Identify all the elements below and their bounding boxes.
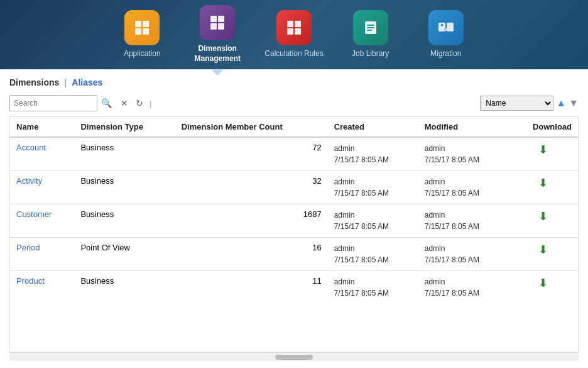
- dimensions-table: Name Dimension Type Dimension Member Cou…: [10, 117, 578, 304]
- nav-item-dimension-management[interactable]: DimensionManagement: [189, 5, 246, 64]
- cell-created-4: admin7/15/17 8:05 AM: [328, 271, 418, 304]
- toolbar: 🔍 ✕ ↻ | Name Dimension Type Created Modi…: [9, 95, 579, 111]
- cell-dim-type-4: Business: [74, 271, 175, 304]
- cell-name-2[interactable]: Customer: [10, 204, 74, 238]
- svg-point-18: [440, 24, 443, 26]
- dimension-icon: [200, 5, 235, 40]
- search-input[interactable]: [9, 95, 97, 111]
- row-link-2[interactable]: Customer: [16, 209, 52, 219]
- cell-modified-1: admin7/15/17 8:05 AM: [418, 171, 509, 204]
- col-header-modified: Modified: [418, 117, 509, 137]
- col-header-member-count: Dimension Member Count: [175, 117, 328, 137]
- cell-count-3: 16: [175, 238, 328, 271]
- cell-created-0: admin7/15/17 8:05 AM: [328, 137, 418, 171]
- cell-dim-type-3: Point Of View: [74, 238, 175, 271]
- cell-modified-2: admin7/15/17 8:05 AM: [418, 204, 509, 238]
- nav-label-calculation-rules: Calculation Rules: [264, 49, 323, 59]
- tabs-bar: Dimensions | Aliases: [9, 77, 579, 87]
- download-icon-0[interactable]: ⬇: [515, 143, 572, 157]
- toolbar-separator: |: [150, 99, 151, 108]
- sort-select[interactable]: Name Dimension Type Created Modified: [480, 96, 553, 111]
- cell-name-3[interactable]: Period: [10, 238, 74, 271]
- cell-download-1[interactable]: ⬇: [509, 171, 578, 204]
- bottom-scrollbar[interactable]: [9, 352, 579, 361]
- cell-download-2[interactable]: ⬇: [509, 204, 578, 238]
- cell-created-3: admin7/15/17 8:05 AM: [328, 238, 418, 271]
- cell-name-4[interactable]: Product: [10, 271, 74, 304]
- cell-count-4: 11: [175, 271, 328, 304]
- top-navigation: Application DimensionManagement Calculat…: [0, 0, 588, 69]
- cell-count-0: 72: [175, 137, 328, 171]
- table-header-row: Name Dimension Type Dimension Member Cou…: [10, 117, 578, 137]
- sort-desc-button[interactable]: ▼: [569, 98, 579, 109]
- row-link-3[interactable]: Period: [16, 243, 40, 252]
- download-icon-2[interactable]: ⬇: [515, 209, 572, 223]
- nav-label-job-library: Job Library: [352, 49, 389, 59]
- cell-download-4[interactable]: ⬇: [509, 271, 578, 304]
- svg-rect-5: [218, 16, 224, 22]
- nav-label-application: Application: [124, 49, 161, 59]
- nav-label-dimension-management: DimensionManagement: [195, 44, 241, 64]
- row-link-0[interactable]: Account: [16, 143, 46, 152]
- migration-icon: [428, 10, 464, 45]
- nav-label-migration: Migration: [430, 49, 461, 59]
- cell-download-0[interactable]: ⬇: [509, 137, 578, 171]
- cell-name-0[interactable]: Account: [10, 137, 74, 171]
- cell-count-2: 1687: [175, 204, 328, 238]
- nav-item-application[interactable]: Application: [114, 10, 170, 59]
- svg-rect-10: [287, 28, 293, 35]
- tab-aliases[interactable]: Aliases: [72, 77, 102, 87]
- search-icon[interactable]: 🔍: [101, 98, 112, 108]
- svg-rect-7: [218, 23, 224, 30]
- sort-controls: Name Dimension Type Created Modified ▲ ▼: [480, 96, 579, 111]
- download-icon-1[interactable]: ⬇: [515, 176, 572, 190]
- nav-item-migration[interactable]: Migration: [418, 10, 474, 59]
- table-row: Activity Business 32 admin7/15/17 8:05 A…: [10, 171, 578, 204]
- row-link-1[interactable]: Activity: [16, 176, 42, 186]
- cell-download-3[interactable]: ⬇: [509, 238, 578, 271]
- toolbar-actions: ✕ ↻ |: [118, 97, 153, 109]
- cell-name-1[interactable]: Activity: [10, 171, 74, 204]
- col-header-dimension-type: Dimension Type: [74, 117, 175, 137]
- cell-modified-4: admin7/15/17 8:05 AM: [418, 271, 509, 304]
- nav-item-calculation-rules[interactable]: Calculation Rules: [264, 10, 323, 59]
- refresh-button[interactable]: ↻: [133, 97, 146, 109]
- main-content: Dimensions | Aliases 🔍 ✕ ↻ | Name Dimens…: [0, 69, 588, 368]
- svg-rect-3: [143, 28, 149, 35]
- table-row: Period Point Of View 16 admin7/15/17 8:0…: [10, 238, 578, 271]
- close-button[interactable]: ✕: [118, 97, 131, 109]
- svg-rect-11: [295, 28, 301, 35]
- col-header-download: Download: [509, 117, 578, 137]
- cell-created-1: admin7/15/17 8:05 AM: [328, 171, 418, 204]
- joblibrary-icon: [353, 10, 388, 45]
- svg-rect-9: [295, 21, 301, 27]
- sort-asc-button[interactable]: ▲: [556, 98, 566, 109]
- download-icon-4[interactable]: ⬇: [515, 276, 572, 290]
- svg-rect-15: [367, 30, 372, 31]
- svg-rect-8: [287, 21, 293, 27]
- col-header-name: Name: [10, 117, 74, 137]
- tab-dimensions[interactable]: Dimensions: [9, 77, 59, 87]
- svg-rect-6: [210, 23, 217, 30]
- cell-created-2: admin7/15/17 8:05 AM: [328, 204, 418, 238]
- dimensions-table-wrapper[interactable]: Name Dimension Type Dimension Member Cou…: [9, 116, 579, 352]
- cell-dim-type-1: Business: [74, 171, 175, 204]
- cell-modified-0: admin7/15/17 8:05 AM: [418, 137, 509, 171]
- calculation-icon: [276, 10, 312, 45]
- svg-rect-2: [135, 28, 141, 35]
- svg-rect-4: [210, 16, 217, 22]
- download-icon-3[interactable]: ⬇: [515, 243, 572, 257]
- nav-item-job-library[interactable]: Job Library: [342, 10, 399, 59]
- cell-dim-type-2: Business: [74, 204, 175, 238]
- svg-rect-17: [447, 23, 454, 31]
- tab-separator: |: [64, 77, 67, 87]
- table-row: Account Business 72 admin7/15/17 8:05 AM…: [10, 137, 578, 171]
- svg-rect-13: [367, 25, 374, 26]
- cell-modified-3: admin7/15/17 8:05 AM: [418, 238, 509, 271]
- cell-count-1: 32: [175, 171, 328, 204]
- col-header-created: Created: [328, 117, 418, 137]
- bottom-scrollbar-thumb: [275, 355, 313, 360]
- table-row: Customer Business 1687 admin7/15/17 8:05…: [10, 204, 578, 238]
- row-link-4[interactable]: Product: [16, 276, 45, 286]
- cell-dim-type-0: Business: [74, 137, 175, 171]
